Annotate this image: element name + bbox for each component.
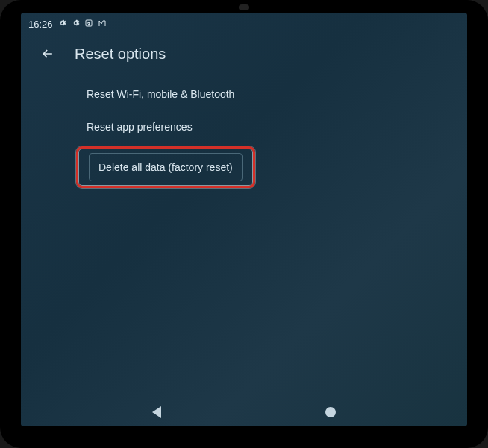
back-button[interactable] bbox=[39, 45, 57, 63]
option-factory-reset[interactable]: Delete all data (factory reset) bbox=[89, 153, 243, 181]
status-time: 16:26 bbox=[28, 19, 53, 30]
svg-text:3: 3 bbox=[87, 22, 90, 26]
box-3-icon: 3 bbox=[84, 19, 93, 29]
nav-home-button[interactable] bbox=[325, 407, 336, 417]
options-list: Reset Wi-Fi, mobile & Bluetooth Reset ap… bbox=[21, 72, 467, 188]
m-logo-icon bbox=[98, 19, 107, 29]
gear-icon bbox=[71, 19, 80, 29]
page-title: Reset options bbox=[75, 46, 166, 63]
tablet-bezel: 16:26 3 Reset options Reset Wi-Fi, mobil… bbox=[0, 0, 488, 448]
screen: 16:26 3 Reset options Reset Wi-Fi, mobil… bbox=[21, 13, 467, 426]
gear-icon bbox=[57, 19, 66, 29]
app-header: Reset options bbox=[21, 31, 467, 72]
option-reset-network[interactable]: Reset Wi-Fi, mobile & Bluetooth bbox=[87, 78, 234, 111]
navigation-bar bbox=[21, 399, 467, 426]
front-camera bbox=[239, 4, 249, 10]
highlight-annotation: Delete all data (factory reset) bbox=[76, 146, 255, 188]
nav-back-button[interactable] bbox=[152, 406, 161, 418]
option-reset-app-prefs[interactable]: Reset app preferences bbox=[87, 111, 193, 143]
arrow-left-icon bbox=[40, 46, 55, 61]
status-bar: 16:26 3 bbox=[21, 13, 467, 31]
